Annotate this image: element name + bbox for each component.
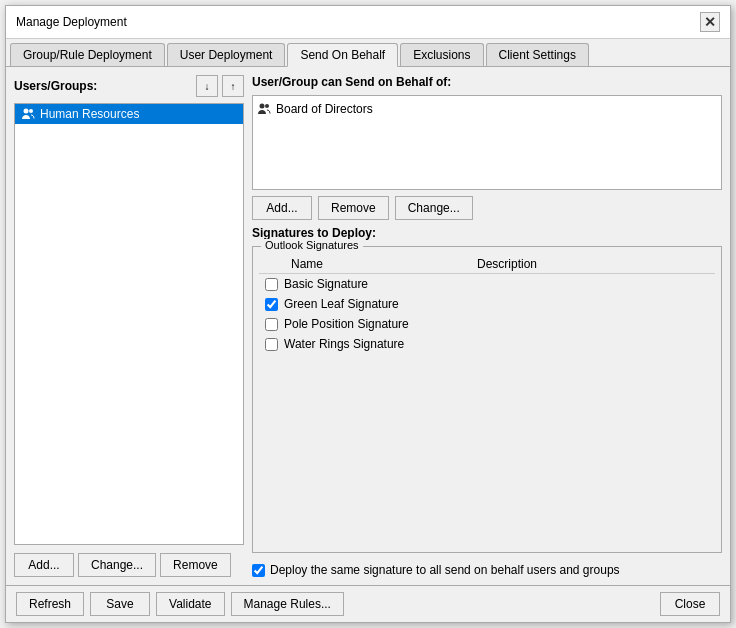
sig-row-green-leaf[interactable]: Green Leaf Signature	[259, 294, 715, 314]
sig-label-water-rings: Water Rings Signature	[284, 337, 404, 351]
sig-checkbox-water-rings[interactable]	[265, 338, 278, 351]
footer-right: Close	[660, 592, 720, 616]
deploy-same-signature-row: Deploy the same signature to all send on…	[252, 563, 722, 577]
validate-button[interactable]: Validate	[156, 592, 224, 616]
manage-deployment-dialog: Manage Deployment ✕ Group/Rule Deploymen…	[5, 5, 731, 623]
sig-checkbox-pole-position[interactable]	[265, 318, 278, 331]
close-button[interactable]: Close	[660, 592, 720, 616]
remove-user-button[interactable]: Remove	[160, 553, 231, 577]
move-up-button[interactable]: ↑	[222, 75, 244, 97]
list-item[interactable]: Human Resources	[15, 104, 243, 124]
right-panel: User/Group can Send on Behalf of: Board …	[252, 75, 722, 577]
change-send-on-behalf-button[interactable]: Change...	[395, 196, 473, 220]
svg-point-2	[260, 104, 265, 109]
close-icon[interactable]: ✕	[700, 12, 720, 32]
add-send-on-behalf-button[interactable]: Add...	[252, 196, 312, 220]
signatures-to-deploy-label: Signatures to Deploy:	[252, 226, 722, 240]
send-on-behalf-buttons: Add... Remove Change...	[252, 196, 722, 220]
send-on-behalf-item[interactable]: Board of Directors	[257, 100, 717, 118]
send-on-behalf-item-label: Board of Directors	[276, 102, 373, 116]
list-item-label: Human Resources	[40, 107, 139, 121]
remove-send-on-behalf-button[interactable]: Remove	[318, 196, 389, 220]
users-groups-label: Users/Groups:	[14, 79, 97, 93]
deploy-same-signature-label: Deploy the same signature to all send on…	[270, 563, 620, 577]
tab-exclusions[interactable]: Exclusions	[400, 43, 483, 66]
sig-description-header: Description	[477, 257, 709, 271]
title-bar: Manage Deployment ✕	[6, 6, 730, 39]
left-bottom-buttons: Add... Change... Remove	[14, 553, 244, 577]
sig-row-pole-position[interactable]: Pole Position Signature	[259, 314, 715, 334]
add-user-button[interactable]: Add...	[14, 553, 74, 577]
tab-user-deployment[interactable]: User Deployment	[167, 43, 286, 66]
sig-label-pole-position: Pole Position Signature	[284, 317, 409, 331]
refresh-button[interactable]: Refresh	[16, 592, 84, 616]
tab-client-settings[interactable]: Client Settings	[486, 43, 589, 66]
sig-label-green-leaf: Green Leaf Signature	[284, 297, 399, 311]
sig-name-header: Name	[291, 257, 471, 271]
save-button[interactable]: Save	[90, 592, 150, 616]
left-panel: Users/Groups: ↓ ↑ Hum	[14, 75, 244, 577]
move-down-button[interactable]: ↓	[196, 75, 218, 97]
change-user-button[interactable]: Change...	[78, 553, 156, 577]
users-groups-list: Human Resources	[14, 103, 244, 545]
sig-checkbox-green-leaf[interactable]	[265, 298, 278, 311]
deploy-same-signature-checkbox[interactable]	[252, 564, 265, 577]
footer: Refresh Save Validate Manage Rules... Cl…	[6, 585, 730, 622]
outlook-signatures-group: Outlook Signatures Name Description Basi…	[252, 246, 722, 553]
tab-bar: Group/Rule Deployment User Deployment Se…	[6, 39, 730, 67]
svg-point-1	[29, 109, 33, 113]
svg-point-0	[24, 109, 29, 114]
sig-checkbox-basic[interactable]	[265, 278, 278, 291]
sig-row-basic[interactable]: Basic Signature	[259, 274, 715, 294]
outlook-signatures-legend: Outlook Signatures	[261, 239, 363, 251]
board-icon	[257, 102, 271, 116]
user-group-icon	[21, 107, 35, 121]
send-on-behalf-list: Board of Directors	[252, 95, 722, 190]
send-on-behalf-label: User/Group can Send on Behalf of:	[252, 75, 722, 89]
sig-label-basic: Basic Signature	[284, 277, 368, 291]
list-controls: ↓ ↑	[196, 75, 244, 97]
sig-row-water-rings[interactable]: Water Rings Signature	[259, 334, 715, 354]
svg-point-3	[265, 104, 269, 108]
dialog-title: Manage Deployment	[16, 15, 127, 29]
tab-send-on-behalf[interactable]: Send On Behalf	[287, 43, 398, 67]
tab-group-rule[interactable]: Group/Rule Deployment	[10, 43, 165, 66]
sig-header-row: Name Description	[259, 255, 715, 274]
content-area: Users/Groups: ↓ ↑ Hum	[6, 67, 730, 585]
manage-rules-button[interactable]: Manage Rules...	[231, 592, 344, 616]
